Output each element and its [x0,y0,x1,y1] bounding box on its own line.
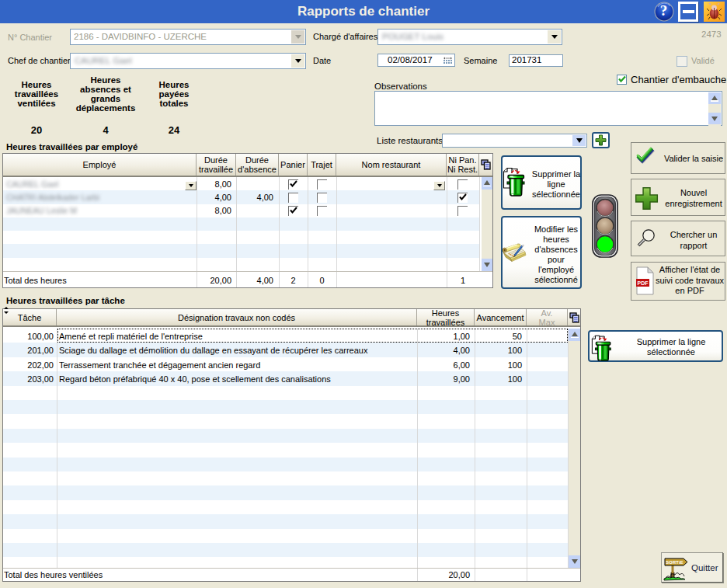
svg-text:PDF: PDF [638,280,649,286]
svg-text:SORTiE: SORTiE [666,560,684,565]
